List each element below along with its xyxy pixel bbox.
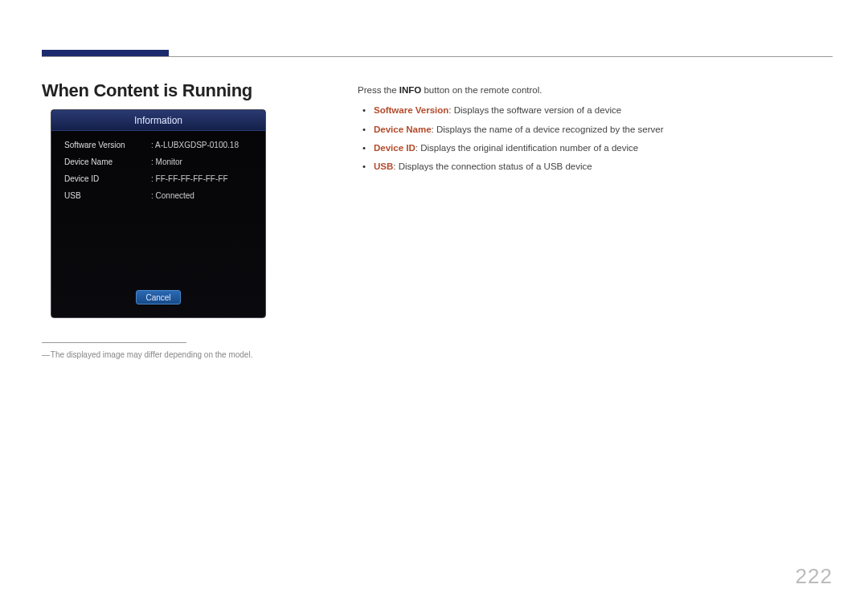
panel-body: Software Version : A-LUBXGDSP-0100.18 De… — [51, 131, 265, 215]
info-row-software-version: Software Version : A-LUBXGDSP-0100.18 — [64, 141, 252, 149]
bullet-key: USB — [374, 161, 393, 171]
bullet-desc: : Displays the name of a device recogniz… — [432, 125, 664, 134]
bullet-desc: : Displays the software version of a dev… — [448, 105, 621, 115]
header-rule — [42, 56, 833, 57]
bullet-device-name: Device Name: Displays the name of a devi… — [358, 123, 829, 137]
intro-post: button on the remote control. — [421, 85, 542, 95]
cancel-button[interactable]: Cancel — [136, 290, 181, 304]
bullet-device-id: Device ID: Displays the original identif… — [358, 141, 829, 155]
description-column: Press the INFO button on the remote cont… — [358, 84, 829, 178]
bullet-software-version: Software Version: Displays the software … — [358, 104, 829, 117]
disclaimer-text: The displayed image may differ depending… — [42, 350, 252, 359]
info-label: Software Version — [64, 141, 151, 149]
info-value: : Connected — [151, 191, 194, 200]
intro-pre: Press the — [358, 85, 399, 95]
panel-title: Information — [51, 110, 265, 131]
info-label: USB — [64, 191, 151, 200]
intro-text: Press the INFO button on the remote cont… — [358, 84, 829, 97]
disclaimer-rule — [42, 342, 186, 343]
info-value: : A-LUBXGDSP-0100.18 — [151, 141, 239, 149]
section-heading: When Content is Running — [42, 80, 252, 101]
info-value: : Monitor — [151, 157, 182, 166]
bullet-key: Device ID — [374, 143, 416, 153]
bullet-list: Software Version: Displays the software … — [358, 104, 829, 174]
intro-bold-term: INFO — [399, 85, 421, 95]
info-row-usb: USB : Connected — [64, 191, 252, 200]
bullet-desc: : Displays the connection status of a US… — [393, 161, 592, 171]
info-value: : FF-FF-FF-FF-FF-FF — [151, 174, 228, 183]
bullet-desc: : Displays the original identification n… — [416, 143, 638, 153]
information-panel: Information Software Version : A-LUBXGDS… — [51, 109, 266, 318]
bullet-usb: USB: Displays the connection status of a… — [358, 160, 829, 174]
info-row-device-name: Device Name : Monitor — [64, 157, 252, 166]
page-number: 222 — [796, 564, 833, 589]
info-label: Device Name — [64, 157, 151, 166]
bullet-key: Device Name — [374, 125, 432, 134]
bullet-key: Software Version — [374, 105, 448, 115]
info-label: Device ID — [64, 174, 151, 183]
info-row-device-id: Device ID : FF-FF-FF-FF-FF-FF — [64, 174, 252, 183]
